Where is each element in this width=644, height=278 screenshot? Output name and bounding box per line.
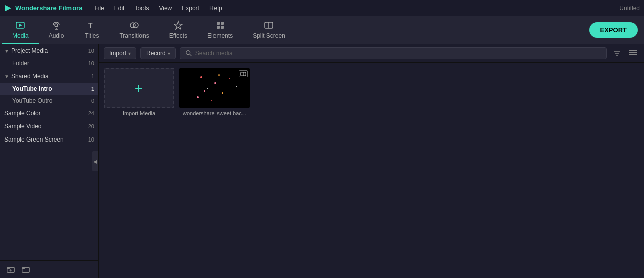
split-overlay-icon <box>239 70 248 77</box>
menu-view[interactable]: View <box>155 4 176 13</box>
svg-rect-26 <box>631 50 633 51</box>
app-name: Wondershare Filmora <box>15 4 82 12</box>
filter-icon <box>613 49 621 57</box>
search-input[interactable] <box>195 50 601 57</box>
import-media-thumb[interactable]: + <box>104 68 174 108</box>
collapse-sidebar-button[interactable]: ◀ <box>92 151 98 171</box>
filter-button[interactable] <box>611 47 623 59</box>
sidebar-item-sample-color[interactable]: Sample Color 24 <box>0 107 98 120</box>
import-label: Import <box>109 50 126 57</box>
sidebar-item-youtube-intro-label: YouTube Intro <box>12 85 52 92</box>
svg-rect-31 <box>633 52 635 53</box>
svg-rect-27 <box>633 50 635 51</box>
menu-help[interactable]: Help <box>205 4 226 13</box>
split-icon-svg <box>240 72 246 76</box>
sidebar-count-shared-media: 1 <box>91 73 94 79</box>
svg-rect-33 <box>629 54 631 55</box>
title-bar: Wondershare Filmora File Edit Tools View… <box>0 0 644 16</box>
menu-export[interactable]: Export <box>178 4 203 13</box>
split-screen-icon <box>264 20 274 30</box>
sidebar-count-sample-color: 24 <box>88 110 94 116</box>
tab-elements[interactable]: Elements <box>197 16 243 44</box>
sidebar-label-shared-media: Shared Media <box>11 73 49 80</box>
sidebar-section-shared-media: ▼ Shared Media 1 YouTube Intro 1 YouTube… <box>0 70 98 107</box>
search-icon <box>185 50 192 57</box>
media-item-video[interactable]: wondershare-sweet bac... <box>179 68 250 116</box>
sidebar: ▼ Project Media 10 Folder 10 ▼ Shared Me… <box>0 44 99 278</box>
tab-split-screen[interactable]: Split Screen <box>243 16 296 44</box>
svg-rect-29 <box>629 52 631 53</box>
sidebar-bottom <box>0 260 98 278</box>
import-chevron-icon: ▾ <box>128 51 131 56</box>
menu-edit[interactable]: Edit <box>110 4 129 13</box>
svg-rect-32 <box>635 52 637 53</box>
svg-rect-30 <box>631 52 633 53</box>
tab-elements-label: Elements <box>207 32 233 39</box>
tab-split-screen-label: Split Screen <box>253 32 285 39</box>
record-dropdown[interactable]: Record ▾ <box>140 47 176 59</box>
sidebar-label-sample-color: Sample Color <box>4 110 41 117</box>
export-button[interactable]: EXPORT <box>589 22 638 38</box>
video-label: wondershare-sweet bac... <box>183 110 246 116</box>
tab-audio[interactable]: Audio <box>39 16 75 44</box>
main-area: ▼ Project Media 10 Folder 10 ▼ Shared Me… <box>0 44 644 278</box>
record-chevron-icon: ▾ <box>168 51 170 56</box>
media-item-import[interactable]: + Import Media <box>104 68 174 116</box>
sidebar-label-sample-green-screen: Sample Green Screen <box>4 136 64 143</box>
grid-view-button[interactable] <box>627 47 639 59</box>
menu-file[interactable]: File <box>90 4 108 13</box>
sidebar-header-project-media[interactable]: ▼ Project Media 10 <box>0 44 98 57</box>
svg-marker-0 <box>5 5 11 11</box>
effects-icon <box>173 20 183 30</box>
folder-icon[interactable] <box>21 265 30 274</box>
sidebar-label-sample-video: Sample Video <box>4 123 42 130</box>
svg-rect-35 <box>633 54 635 55</box>
video-thumb <box>179 68 250 108</box>
tab-transitions-label: Transitions <box>119 32 149 39</box>
sidebar-item-sample-green-screen[interactable]: Sample Green Screen 10 <box>0 133 98 146</box>
sidebar-item-youtube-outro[interactable]: YouTube Outro 0 <box>0 95 98 107</box>
toolbar: Media Audio T Titles Transitions Effects <box>0 16 644 44</box>
media-icon <box>15 20 25 30</box>
tab-titles[interactable]: T Titles <box>74 16 109 44</box>
sidebar-item-folder-label: Folder <box>12 60 29 67</box>
sidebar-section-project-media: ▼ Project Media 10 Folder 10 <box>0 44 98 70</box>
search-bar <box>180 47 607 59</box>
tab-effects-label: Effects <box>169 32 187 39</box>
menu-tools[interactable]: Tools <box>130 4 153 13</box>
sidebar-item-youtube-intro[interactable]: YouTube Intro 1 <box>0 83 98 95</box>
sidebar-item-sample-video[interactable]: Sample Video 20 <box>0 120 98 133</box>
svg-rect-28 <box>635 50 637 51</box>
sidebar-item-folder-count: 10 <box>88 60 94 66</box>
chevron-down-icon: ▼ <box>4 48 9 54</box>
svg-rect-12 <box>217 26 220 29</box>
svg-point-20 <box>186 51 190 55</box>
svg-marker-2 <box>19 24 22 27</box>
svg-rect-11 <box>221 22 224 25</box>
sidebar-item-youtube-outro-label: YouTube Outro <box>12 97 53 104</box>
sidebar-count-sample-green-screen: 10 <box>88 136 94 143</box>
sidebar-count-project-media: 10 <box>88 48 94 54</box>
new-folder-icon[interactable] <box>6 265 15 274</box>
video-thumb-bg <box>179 68 250 108</box>
sidebar-header-shared-media[interactable]: ▼ Shared Media 1 <box>0 70 98 83</box>
app-logo: Wondershare Filmora <box>4 4 82 12</box>
content-toolbar: Import ▾ Record ▾ <box>99 44 644 63</box>
svg-point-3 <box>55 24 58 27</box>
tab-effects[interactable]: Effects <box>159 16 197 44</box>
tab-media[interactable]: Media <box>2 16 39 44</box>
tab-media-label: Media <box>12 32 29 39</box>
content-area: Import ▾ Record ▾ <box>99 44 644 278</box>
audio-icon <box>51 20 61 30</box>
menu-bar: File Edit Tools View Export Help <box>90 4 226 13</box>
sidebar-count-sample-video: 20 <box>88 123 94 129</box>
import-media-label: Import Media <box>123 110 155 116</box>
sidebar-item-folder[interactable]: Folder 10 <box>0 57 98 70</box>
transitions-icon <box>129 20 139 30</box>
tab-transitions[interactable]: Transitions <box>109 16 159 44</box>
sidebar-item-youtube-intro-count: 1 <box>91 86 94 92</box>
sidebar-label-project-media: Project Media <box>11 47 48 54</box>
svg-text:T: T <box>88 21 93 29</box>
elements-icon <box>215 20 225 30</box>
import-dropdown[interactable]: Import ▾ <box>104 47 136 59</box>
